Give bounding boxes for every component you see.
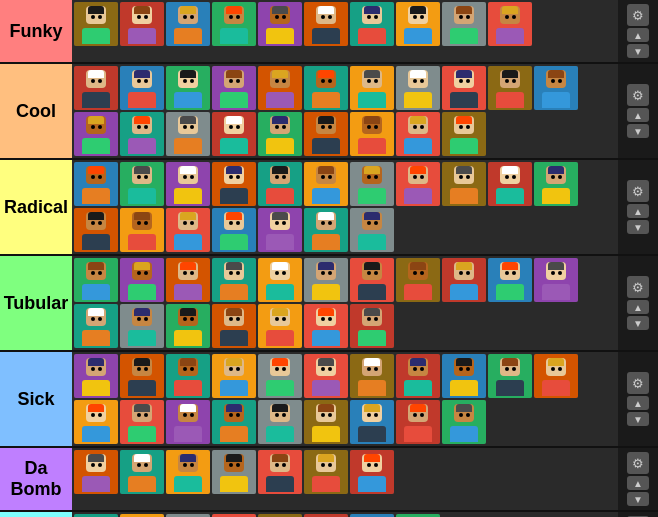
char-slot[interactable] [166,304,210,348]
char-slot[interactable] [442,66,486,110]
char-slot[interactable] [166,112,210,156]
char-slot[interactable] [396,400,440,444]
gear-button-cool[interactable]: ⚙ [627,84,649,106]
char-slot[interactable] [120,354,164,398]
char-slot[interactable] [74,2,118,46]
gear-button-tubular[interactable]: ⚙ [627,276,649,298]
gear-button-sick[interactable]: ⚙ [627,372,649,394]
char-slot[interactable] [212,450,256,494]
char-slot[interactable] [74,450,118,494]
char-slot[interactable] [304,304,348,348]
char-slot[interactable] [120,112,164,156]
char-slot[interactable] [304,400,348,444]
char-slot[interactable] [120,66,164,110]
char-slot[interactable] [74,354,118,398]
up-button-dabomb[interactable]: ▲ [627,476,649,490]
char-slot[interactable] [350,66,394,110]
down-button-tubular[interactable]: ▼ [627,316,649,330]
char-slot[interactable] [120,400,164,444]
gear-button-dabomb[interactable]: ⚙ [627,452,649,474]
char-slot[interactable] [304,354,348,398]
down-button-radical[interactable]: ▼ [627,220,649,234]
up-button-tubular[interactable]: ▲ [627,300,649,314]
char-slot[interactable] [396,258,440,302]
char-slot[interactable] [534,162,578,206]
char-slot[interactable] [396,66,440,110]
char-slot[interactable] [258,258,302,302]
char-slot[interactable] [120,208,164,252]
char-slot[interactable] [74,208,118,252]
char-slot[interactable] [304,2,348,46]
char-slot[interactable] [166,162,210,206]
char-slot[interactable] [304,162,348,206]
char-slot[interactable] [258,208,302,252]
char-slot[interactable] [350,354,394,398]
char-slot[interactable] [258,304,302,348]
char-slot[interactable] [442,2,486,46]
up-button-sick[interactable]: ▲ [627,396,649,410]
char-slot[interactable] [488,354,532,398]
char-slot[interactable] [212,112,256,156]
char-slot[interactable] [258,66,302,110]
char-slot[interactable] [74,304,118,348]
up-button-funky[interactable]: ▲ [627,28,649,42]
char-slot[interactable] [442,162,486,206]
char-slot[interactable] [350,208,394,252]
gear-button-funky[interactable]: ⚙ [627,4,649,26]
char-slot[interactable] [166,2,210,46]
char-slot[interactable] [442,354,486,398]
gear-button-radical[interactable]: ⚙ [627,180,649,202]
char-slot[interactable] [166,354,210,398]
char-slot[interactable] [166,400,210,444]
char-slot[interactable] [74,162,118,206]
char-slot[interactable] [396,162,440,206]
down-button-funky[interactable]: ▼ [627,44,649,58]
char-slot[interactable] [212,258,256,302]
char-slot[interactable] [304,450,348,494]
char-slot[interactable] [396,112,440,156]
char-slot[interactable] [396,2,440,46]
char-slot[interactable] [166,66,210,110]
char-slot[interactable] [488,66,532,110]
char-slot[interactable] [488,2,532,46]
char-slot[interactable] [258,162,302,206]
char-slot[interactable] [258,2,302,46]
char-slot[interactable] [442,258,486,302]
char-slot[interactable] [212,354,256,398]
char-slot[interactable] [120,162,164,206]
char-slot[interactable] [212,162,256,206]
down-button-sick[interactable]: ▼ [627,412,649,426]
char-slot[interactable] [120,304,164,348]
char-slot[interactable] [442,112,486,156]
up-button-radical[interactable]: ▲ [627,204,649,218]
char-slot[interactable] [350,450,394,494]
char-slot[interactable] [166,208,210,252]
char-slot[interactable] [534,66,578,110]
char-slot[interactable] [120,258,164,302]
char-slot[interactable] [534,258,578,302]
char-slot[interactable] [350,258,394,302]
down-button-cool[interactable]: ▼ [627,124,649,138]
char-slot[interactable] [534,354,578,398]
down-button-dabomb[interactable]: ▼ [627,492,649,506]
char-slot[interactable] [304,66,348,110]
char-slot[interactable] [350,400,394,444]
char-slot[interactable] [304,258,348,302]
char-slot[interactable] [488,162,532,206]
char-slot[interactable] [74,258,118,302]
char-slot[interactable] [120,450,164,494]
char-slot[interactable] [212,400,256,444]
char-slot[interactable] [258,450,302,494]
char-slot[interactable] [120,2,164,46]
char-slot[interactable] [212,304,256,348]
char-slot[interactable] [488,258,532,302]
char-slot[interactable] [74,66,118,110]
char-slot[interactable] [350,112,394,156]
char-slot[interactable] [258,354,302,398]
char-slot[interactable] [350,304,394,348]
char-slot[interactable] [74,400,118,444]
char-slot[interactable] [212,66,256,110]
up-button-cool[interactable]: ▲ [627,108,649,122]
char-slot[interactable] [166,450,210,494]
char-slot[interactable] [304,112,348,156]
